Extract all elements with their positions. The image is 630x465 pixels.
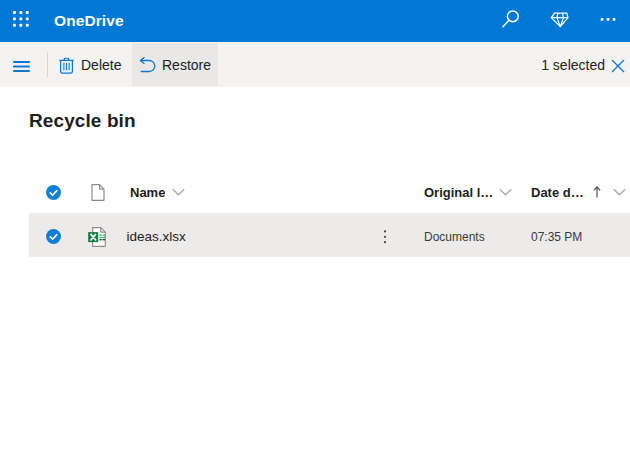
selection-status: 1 selected [541, 42, 605, 87]
column-header-date-deleted[interactable]: Date d… [531, 184, 630, 202]
chevron-down-icon [499, 182, 512, 200]
column-header-name[interactable]: Name [118, 184, 424, 202]
row-checkbox[interactable] [46, 229, 61, 244]
nav-menu-button[interactable] [4, 42, 42, 87]
checkmark-circle-icon [46, 185, 61, 200]
premium-diamond-icon [550, 13, 570, 30]
command-bar-divider [47, 52, 48, 77]
row-more-actions-button[interactable] [383, 230, 387, 244]
file-row[interactable]: ideas.xlsx Documents 07:35 PM [29, 213, 630, 257]
suite-header: OneDrive [0, 0, 630, 42]
restore-button[interactable]: Restore [132, 43, 218, 86]
sort-ascending-icon [593, 184, 601, 202]
trash-icon [59, 56, 74, 73]
suite-header-actions [488, 0, 630, 42]
file-original-location: Documents [424, 230, 485, 244]
select-all-checkbox[interactable] [46, 185, 61, 200]
more-options-button[interactable] [584, 0, 630, 42]
search-icon [502, 11, 522, 32]
app-launcher-icon [13, 13, 29, 29]
ellipsis-icon [600, 19, 617, 23]
app-launcher-button[interactable] [0, 0, 42, 42]
column-header-original-location[interactable]: Original l… [424, 184, 531, 202]
search-button[interactable] [488, 0, 536, 42]
chevron-down-icon [172, 182, 185, 200]
premium-button[interactable] [536, 0, 584, 42]
file-type-column-icon [91, 184, 105, 201]
list-header-row: Name Original l… Date d… [29, 177, 630, 208]
chevron-down-icon [613, 182, 626, 200]
excel-file-icon [88, 227, 108, 247]
restore-button-label: Restore [162, 57, 211, 73]
checkmark-circle-icon [46, 229, 61, 244]
command-bar: Delete Restore 1 selected [0, 42, 630, 87]
delete-button-label: Delete [81, 57, 121, 73]
app-title: OneDrive [54, 0, 124, 42]
file-name: ideas.xlsx [127, 229, 186, 244]
restore-icon [139, 56, 156, 73]
close-icon [611, 59, 625, 73]
hamburger-icon [13, 59, 31, 73]
vertical-ellipsis-icon [383, 230, 387, 244]
page-title: Recycle bin [29, 108, 136, 134]
file-date-deleted: 07:35 PM [531, 230, 582, 244]
clear-selection-button[interactable] [606, 53, 630, 78]
delete-button[interactable]: Delete [51, 43, 121, 86]
